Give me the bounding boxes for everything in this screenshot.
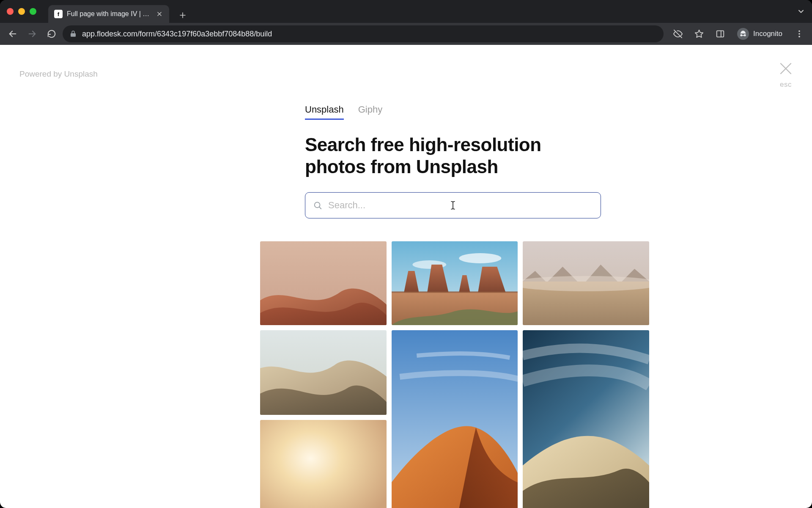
image-sun-haze-dunes[interactable] — [260, 420, 387, 508]
new-tab-button[interactable] — [175, 8, 190, 23]
tab-giphy[interactable]: Giphy — [358, 104, 382, 119]
tabs-overflow-button[interactable] — [797, 7, 805, 16]
close-icon — [778, 61, 793, 78]
browser-menu-button[interactable] — [791, 25, 808, 42]
incognito-icon — [737, 28, 749, 40]
page-content: Powered by Unsplash esc Unsplash Giphy S… — [0, 45, 812, 508]
favicon-icon: f — [54, 10, 63, 18]
browser-tab-active[interactable]: f Full page with image IV | Flode… — [48, 5, 169, 23]
image-gallery — [260, 241, 649, 508]
address-bar-url: app.flodesk.com/form/6343c197f60a3ebbf70… — [82, 30, 272, 39]
browser-window: f Full page with image IV | Flode… — [0, 0, 812, 508]
titlebar: f Full page with image IV | Flode… — [0, 0, 812, 23]
image-monument-valley[interactable] — [392, 241, 518, 325]
search-box[interactable] — [305, 192, 601, 218]
lock-icon — [69, 30, 77, 38]
window-close-button[interactable] — [7, 8, 14, 15]
image-misty-rock-plain[interactable] — [523, 241, 649, 325]
browser-toolbar: app.flodesk.com/form/6343c197f60a3ebbf70… — [0, 23, 812, 45]
window-minimize-button[interactable] — [18, 8, 25, 15]
browser-tab-title: Full page with image IV | Flode… — [67, 10, 151, 18]
image-sand-dunes-pale[interactable] — [260, 330, 387, 415]
window-zoom-button[interactable] — [30, 8, 36, 15]
gallery-col-3 — [523, 241, 649, 508]
image-dramatic-sky-dunes[interactable] — [523, 330, 649, 508]
forward-button[interactable] — [24, 25, 41, 42]
source-tabs: Unsplash Giphy — [305, 104, 577, 119]
svg-point-7 — [798, 33, 800, 35]
profile-incognito-button[interactable]: Incognito — [733, 26, 787, 41]
tab-unsplash[interactable]: Unsplash — [305, 104, 344, 119]
toolbar-right: Incognito — [666, 25, 808, 42]
address-bar[interactable]: app.flodesk.com/form/6343c197f60a3ebbf70… — [63, 25, 664, 42]
svg-rect-4 — [717, 31, 724, 37]
close-esc-label: esc — [780, 80, 792, 89]
gallery-col-2 — [392, 241, 518, 508]
attribution-label: Powered by Unsplash — [19, 69, 98, 79]
search-input[interactable] — [328, 200, 593, 211]
modal-center: Unsplash Giphy Search free high-resoluti… — [235, 45, 577, 508]
image-orange-dunes-haze[interactable] — [260, 241, 387, 325]
svg-point-6 — [798, 30, 800, 32]
svg-rect-18 — [392, 291, 518, 293]
tab-close-button[interactable] — [156, 10, 163, 18]
side-panel-button[interactable] — [712, 25, 729, 42]
eye-off-icon[interactable] — [669, 25, 686, 42]
svg-line-10 — [319, 207, 321, 209]
svg-marker-3 — [695, 30, 703, 37]
svg-point-22 — [523, 276, 649, 291]
svg-rect-13 — [260, 420, 387, 508]
reload-button[interactable] — [43, 25, 60, 42]
image-single-orange-dune-sky[interactable] — [392, 330, 518, 508]
search-icon — [313, 201, 322, 210]
svg-point-15 — [459, 253, 501, 263]
back-button[interactable] — [4, 25, 21, 42]
window-controls — [7, 8, 36, 15]
gallery-col-1 — [260, 241, 387, 508]
tabstrip: f Full page with image IV | Flode… — [48, 0, 190, 23]
incognito-label: Incognito — [753, 30, 782, 38]
bookmark-star-button[interactable] — [691, 25, 708, 42]
svg-point-8 — [798, 36, 800, 38]
close-modal-button[interactable]: esc — [778, 61, 793, 89]
page-title: Search free high-resolution photos from … — [305, 134, 577, 178]
